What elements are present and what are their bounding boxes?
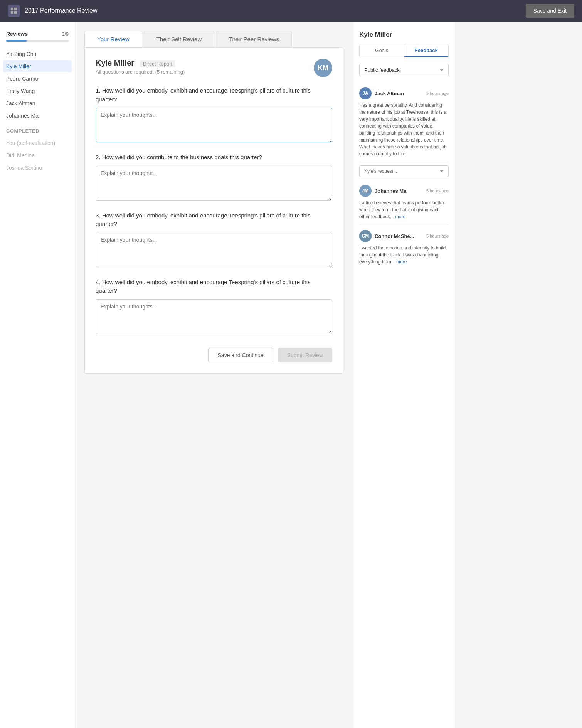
feedback-item-header-johannes: JM Johannes Ma 5 hours ago (359, 185, 449, 197)
feedback-name-connor: Connor McShe... (375, 233, 414, 239)
feedback-name-jack: Jack Altman (375, 91, 404, 96)
question-1-text: 1. How well did you embody, exhibit and … (96, 86, 332, 104)
question-2-text: 2. How well did you contribute to the bu… (96, 153, 332, 162)
main-content: Your Review Their Self Review Their Peer… (75, 22, 353, 728)
feedback-item-jack-altman: JA Jack Altman 5 hours ago Has a great p… (359, 83, 449, 162)
page-layout: Reviews 3/9 Ya-Bing Chu Kyle Miller Pedr… (0, 0, 582, 728)
sidebar-item-ya-bing-chu[interactable]: Ya-Bing Chu (0, 48, 75, 60)
sidebar-item-joshua-sortino[interactable]: Joshua Sortino (0, 162, 75, 174)
feedback-meta-connor: Connor McShe... 5 hours ago (375, 233, 449, 239)
avatar-johannes-ma: JM (359, 185, 372, 197)
sidebar-item-self-eval[interactable]: You (self-evaluation) (0, 137, 75, 149)
sidebar-completed-header: Completed (0, 122, 75, 137)
review-person-name: Kyle Miller (96, 59, 134, 67)
panel-tab-goals[interactable]: Goals (360, 44, 404, 57)
feedback-text-jack: Has a great personality. And considering… (359, 102, 449, 157)
question-3: 3. How well did you embody, exhibit and … (96, 211, 332, 269)
feedback-text-johannes: Lattice believes that teams perform bett… (359, 199, 449, 220)
review-tabs: Your Review Their Self Review Their Peer… (84, 31, 343, 47)
question-4: 4. How well did you embody, exhibit and … (96, 278, 332, 335)
feedback-item-header-jack: JA Jack Altman 5 hours ago (359, 87, 449, 99)
feedback-item-connor: CM Connor McShe... 5 hours ago I wanted … (359, 225, 449, 270)
progress-bar-background (6, 40, 69, 42)
avatar-jack-altman: JA (359, 87, 372, 99)
tab-self-review[interactable]: Their Self Review (144, 31, 215, 47)
feedback-time-jack: 5 hours ago (426, 91, 449, 96)
sidebar-item-jack-altman[interactable]: Jack Altman (0, 97, 75, 110)
question-2-textarea[interactable] (96, 166, 332, 201)
avatar-connor: CM (359, 230, 372, 242)
submit-review-button: Submit Review (278, 348, 332, 362)
top-navigation: 2017 Performance Review Save and Exit (0, 0, 582, 22)
direct-report-badge: Direct Report (140, 60, 176, 67)
review-actions: Save and Continue Submit Review (96, 345, 332, 362)
feedback-meta-johannes: Johannes Ma 5 hours ago (375, 188, 449, 194)
feedback-more-link-connor[interactable]: more (396, 259, 407, 265)
feedback-item-johannes-ma: JM Johannes Ma 5 hours ago Lattice belie… (359, 180, 449, 225)
sidebar-item-johannes-ma[interactable]: Johannes Ma (0, 110, 75, 122)
save-exit-button[interactable]: Save and Exit (526, 4, 574, 18)
progress-bar-container (0, 40, 75, 48)
review-header-left: Kyle Miller Direct Report All questions … (96, 59, 185, 75)
sidebar-section-header: Reviews 3/9 (0, 31, 75, 40)
svg-rect-2 (11, 11, 13, 14)
review-card: Kyle Miller Direct Report All questions … (84, 47, 343, 374)
panel-tab-feedback[interactable]: Feedback (404, 44, 449, 57)
svg-rect-3 (14, 11, 17, 14)
svg-rect-0 (11, 8, 13, 10)
feedback-text-connor: I wanted the emotion and intensity to bu… (359, 244, 449, 265)
question-1: 1. How well did you embody, exhibit and … (96, 86, 332, 144)
svg-rect-1 (14, 8, 17, 10)
request-dropdown[interactable]: Kyle's request... (359, 165, 449, 177)
sidebar-item-didi-medina[interactable]: Didi Medina (0, 149, 75, 162)
topnav-left: 2017 Performance Review (8, 5, 98, 17)
app-title: 2017 Performance Review (25, 7, 98, 14)
feedback-name-johannes: Johannes Ma (375, 188, 406, 194)
sidebar-item-emily-wang[interactable]: Emily Wang (0, 85, 75, 97)
feedback-meta-jack: Jack Altman 5 hours ago (375, 91, 449, 96)
panel-tabs: Goals Feedback (359, 44, 449, 57)
feedback-item-header-connor: CM Connor McShe... 5 hours ago (359, 230, 449, 242)
right-panel: Kyle Miller Goals Feedback Public feedba… (353, 22, 455, 728)
feedback-more-link-johannes[interactable]: more (395, 214, 405, 219)
question-4-textarea[interactable] (96, 299, 332, 334)
question-1-textarea[interactable] (96, 108, 332, 142)
tab-your-review[interactable]: Your Review (84, 31, 142, 47)
question-3-textarea[interactable] (96, 233, 332, 267)
question-3-text: 3. How well did you embody, exhibit and … (96, 211, 332, 229)
save-continue-button[interactable]: Save and Continue (208, 348, 273, 362)
panel-person-name: Kyle Miller (359, 31, 449, 39)
feedback-time-johannes: 5 hours ago (426, 189, 449, 193)
feedback-time-connor: 5 hours ago (426, 234, 449, 238)
question-2: 2. How well did you contribute to the bu… (96, 153, 332, 202)
progress-bar-fill (6, 40, 27, 42)
sidebar-section-title-text: Reviews (6, 31, 28, 37)
question-4-text: 4. How well did you embody, exhibit and … (96, 278, 332, 295)
tab-peer-reviews[interactable]: Their Peer Reviews (216, 31, 292, 47)
sidebar-item-pedro-carmo[interactable]: Pedro Carmo (0, 72, 75, 85)
sidebar-count: 3/9 (62, 31, 69, 37)
feedback-type-dropdown[interactable]: Public feedback (359, 64, 449, 76)
sidebar-item-kyle-miller[interactable]: Kyle Miller (3, 60, 72, 72)
app-logo (8, 5, 20, 17)
review-header: Kyle Miller Direct Report All questions … (96, 59, 332, 77)
review-subtitle: All questions are required. (5 remaining… (96, 69, 185, 75)
sidebar: Reviews 3/9 Ya-Bing Chu Kyle Miller Pedr… (0, 22, 75, 728)
avatar: KM (314, 59, 332, 77)
